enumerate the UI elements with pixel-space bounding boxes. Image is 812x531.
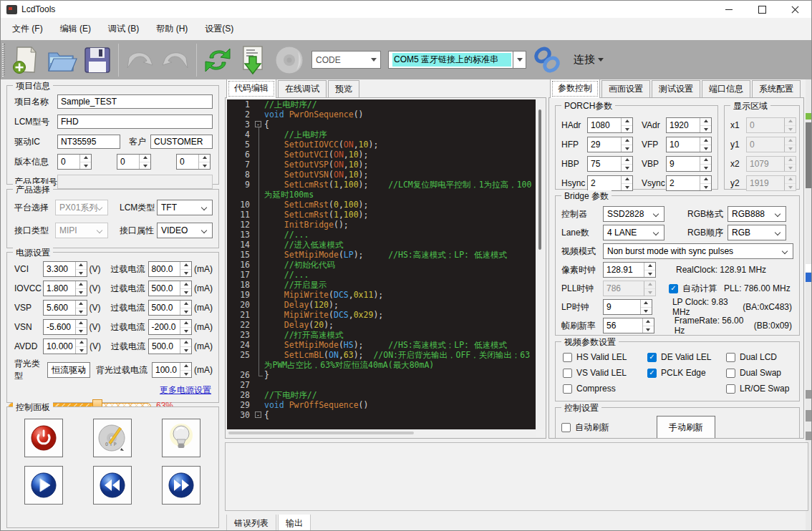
fold-marker[interactable]	[254, 230, 264, 240]
burn-button[interactable]	[271, 43, 307, 77]
fold-marker[interactable]	[254, 340, 264, 350]
spin-down-icon[interactable]	[622, 145, 632, 152]
spin-down-icon[interactable]	[785, 165, 796, 172]
customer-input[interactable]: CUSTOMER	[150, 135, 213, 149]
fold-marker[interactable]	[254, 260, 264, 270]
spin-down-icon[interactable]	[76, 347, 87, 354]
spin-up-icon[interactable]	[700, 118, 711, 126]
fold-marker[interactable]	[254, 150, 264, 160]
spin-down-icon[interactable]	[700, 126, 711, 133]
spin-down-icon[interactable]	[76, 289, 87, 296]
menu-item-debug[interactable]: 调试 (B)	[100, 20, 148, 38]
pll-clock-spinner[interactable]: 786	[603, 281, 656, 296]
tab-screen-settings[interactable]: 画面设置	[601, 80, 650, 97]
project-name-input[interactable]: Sample_TEST	[57, 94, 213, 109]
vs-valid-lel-checkbox[interactable]	[563, 369, 572, 378]
pclk-edge-checkbox[interactable]: ✓	[647, 369, 657, 378]
code-type-dropdown[interactable]: CODE	[311, 51, 381, 69]
fold-marker[interactable]	[254, 210, 264, 220]
fold-marker[interactable]	[254, 180, 264, 200]
y1-spinner[interactable]: 0	[746, 137, 796, 152]
backlight-button[interactable]	[162, 419, 200, 457]
spin-up-icon[interactable]	[180, 339, 191, 347]
spin-up-icon[interactable]	[700, 157, 711, 165]
lcm-type-select[interactable]: TFT	[157, 200, 213, 215]
pixel-clock-spinner[interactable]: 128.91	[603, 262, 656, 278]
version-spinner-1[interactable]: 0	[57, 154, 92, 170]
connect-button[interactable]	[531, 43, 564, 77]
fold-marker[interactable]	[254, 140, 264, 150]
spin-down-icon[interactable]	[76, 328, 87, 335]
spin-up-icon[interactable]	[622, 157, 632, 165]
y2-spinner[interactable]: 1919	[746, 175, 796, 191]
spin-up-icon[interactable]	[785, 118, 796, 126]
backlight-overload-spinner[interactable]: 100.0	[152, 362, 192, 378]
save-button[interactable]	[79, 43, 115, 77]
lane-select[interactable]: 4 LANE	[603, 225, 664, 240]
spin-up-icon[interactable]	[76, 339, 87, 347]
spin-down-icon[interactable]	[622, 165, 632, 172]
vbp-spinner[interactable]: 9	[666, 156, 712, 172]
code-editor[interactable]: 1//上电时序//2void PwrOnSequence()3{4 //上电时序…	[227, 99, 536, 429]
spin-up-icon[interactable]	[785, 176, 796, 184]
spin-down-icon[interactable]	[180, 328, 191, 335]
hsync-spinner[interactable]: 2	[587, 175, 633, 191]
compress-checkbox[interactable]	[563, 384, 572, 394]
scrollbar-thumb[interactable]	[538, 109, 541, 250]
tab-system-config[interactable]: 系统配置	[752, 80, 801, 97]
connect-dropdown[interactable]: 连接	[574, 53, 606, 67]
otp-burn-button[interactable]: OTP	[93, 419, 132, 457]
tab-online-debug[interactable]: 在线调试	[278, 80, 327, 97]
fold-marker[interactable]	[254, 410, 264, 420]
spin-up-icon[interactable]	[700, 176, 711, 184]
x1-spinner[interactable]: 0	[746, 117, 796, 133]
video-mode-select[interactable]: Non burst mode with sync pulses	[603, 243, 793, 259]
power-toggle-button[interactable]	[24, 419, 63, 457]
frame-rate-spinner[interactable]: 56	[603, 318, 654, 333]
editor-horizontal-scrollbar[interactable]	[227, 429, 536, 437]
platform-select[interactable]: PX01系列	[55, 200, 108, 215]
fold-marker[interactable]	[254, 170, 264, 180]
fold-marker[interactable]	[254, 300, 264, 310]
fold-marker[interactable]	[254, 200, 264, 210]
tab-output[interactable]: 输出	[278, 515, 311, 531]
spin-up-icon[interactable]	[76, 281, 87, 289]
avdd-voltage-spinner[interactable]: 10.000	[43, 338, 87, 354]
fold-marker[interactable]	[254, 270, 264, 280]
fold-marker[interactable]	[254, 350, 264, 370]
controller-select[interactable]: SSD2828	[603, 206, 664, 222]
spin-down-icon[interactable]	[76, 270, 87, 277]
fold-marker[interactable]	[254, 250, 264, 260]
version-spinner-3[interactable]: 0	[176, 154, 211, 170]
tab-test-settings[interactable]: 测试设置	[652, 80, 700, 97]
fold-marker[interactable]	[254, 240, 264, 250]
spin-up-icon[interactable]	[622, 118, 632, 126]
vci-overload-spinner[interactable]: 800.0	[148, 261, 193, 277]
spin-down-icon[interactable]	[785, 184, 796, 191]
driver-ic-input[interactable]: NT35595	[57, 135, 120, 149]
spin-up-icon[interactable]	[180, 320, 191, 328]
serial-input[interactable]	[57, 175, 213, 189]
tab-error-list[interactable]: 错误列表	[226, 515, 276, 531]
lr-oe-swap-checkbox[interactable]	[726, 384, 735, 394]
version-spinner-2[interactable]: 0	[117, 154, 151, 170]
fold-marker[interactable]	[254, 320, 264, 330]
backlight-type-select[interactable]: 恒流驱动	[47, 362, 90, 378]
spin-up-icon[interactable]	[622, 176, 632, 184]
spin-down-icon[interactable]	[785, 126, 796, 133]
vsp-voltage-spinner[interactable]: 5.600	[43, 300, 87, 316]
spin-up-icon[interactable]	[785, 137, 796, 145]
play-button[interactable]	[24, 466, 63, 505]
avdd-overload-spinner[interactable]: 500.0	[148, 338, 192, 354]
spin-down-icon[interactable]	[180, 308, 191, 316]
fast-forward-button[interactable]	[162, 466, 200, 505]
fold-marker[interactable]	[254, 130, 264, 140]
more-power-settings-link[interactable]: 更多电源设置	[160, 384, 211, 396]
vadr-spinner[interactable]: 1920	[666, 117, 712, 133]
fold-marker[interactable]	[254, 120, 264, 130]
spin-up-icon[interactable]	[76, 262, 87, 270]
fold-marker[interactable]	[254, 220, 264, 230]
spin-down-icon[interactable]	[700, 165, 711, 172]
minimize-button[interactable]	[712, 1, 745, 18]
redo-button[interactable]	[158, 43, 193, 77]
